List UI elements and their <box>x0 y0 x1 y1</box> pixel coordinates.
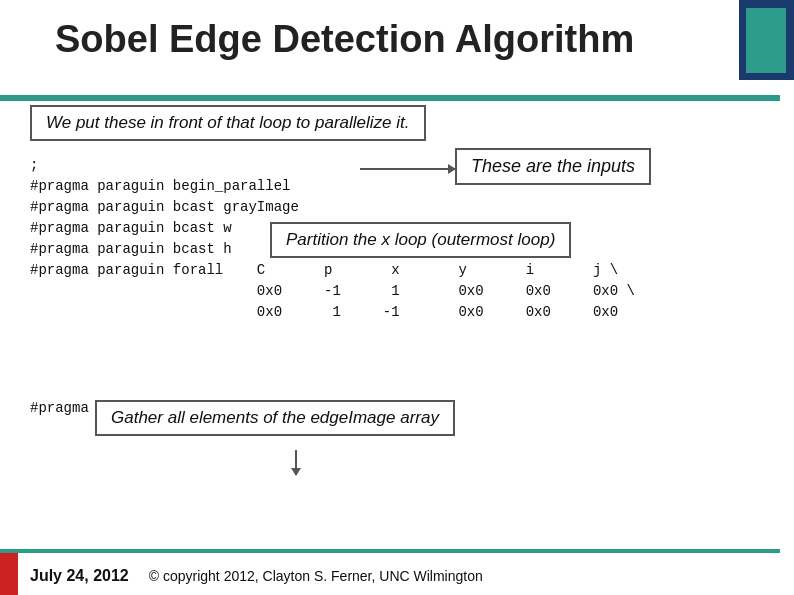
code-line-4: #pragma paraguin bcast grayImage <box>30 197 780 218</box>
bottom-divider <box>0 549 780 553</box>
gather-arrow <box>295 450 297 475</box>
code-line-10: 0x0 1 -1 0x0 0x0 0x0 <box>30 302 780 323</box>
code-line-1: ; <box>30 155 780 176</box>
code-line-2: #pragma paraguin begin_parallel <box>30 176 780 197</box>
code-line-9: 0x0 -1 1 0x0 0x0 0x0 \ <box>30 281 780 302</box>
code-block: ; #pragma paraguin begin_parallel #pragm… <box>30 155 780 440</box>
inputs-arrow <box>360 168 455 170</box>
footer-date: July 24, 2012 <box>30 567 129 585</box>
red-accent-bar <box>0 553 18 595</box>
gather-annotation: Gather all elements of the edgeImage arr… <box>95 400 455 436</box>
main-content: We put these in front of that loop to pa… <box>30 105 780 440</box>
footer: July 24, 2012 © copyright 2012, Clayton … <box>30 567 483 585</box>
corner-decoration <box>739 0 794 80</box>
corner-inner <box>746 8 786 73</box>
page-title: Sobel Edge Detection Algorithm <box>55 18 634 61</box>
parallelize-note: We put these in front of that loop to pa… <box>30 105 426 141</box>
footer-copyright: © copyright 2012, Clayton S. Ferner, UNC… <box>149 568 483 584</box>
code-line-8: #pragma paraguin forall C p x y i j \ <box>30 260 780 281</box>
inputs-annotation: These are the inputs <box>455 148 651 185</box>
partition-annotation: Partition the x loop (outermost loop) <box>270 222 571 258</box>
top-divider <box>0 95 780 101</box>
